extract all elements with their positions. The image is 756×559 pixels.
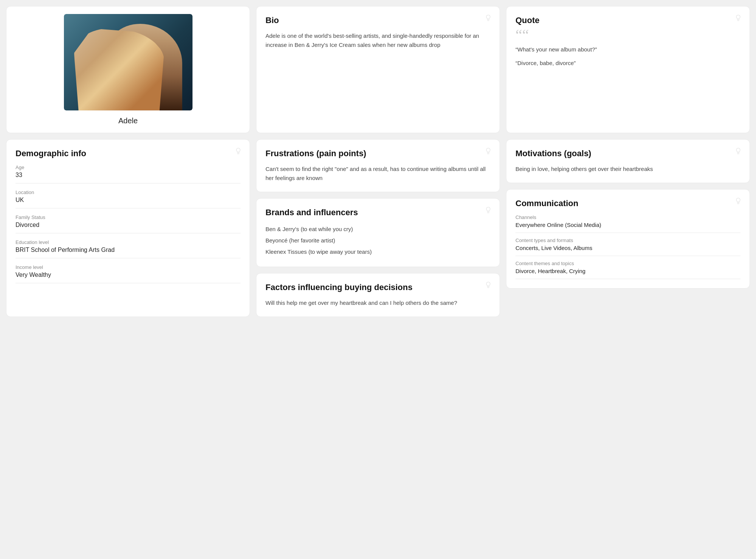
demographic-field-value: Divorced — [16, 222, 241, 233]
frustrations-card: Frustrations (pain points) Can't seem to… — [256, 139, 500, 192]
communication-field-label: Content themes and topics — [515, 261, 740, 266]
communication-fields: ChannelsEverywhere Online (Social Media)… — [515, 214, 740, 279]
bio-hint-icon[interactable] — [484, 14, 492, 22]
brands-card: Brands and influencers Ben & Jerry's (to… — [256, 198, 500, 267]
demographic-field-label: Family Status — [16, 214, 241, 220]
demographic-field-value: UK — [16, 197, 241, 208]
motivations-title: Motivations (goals) — [515, 149, 740, 158]
demographic-card: Demographic info Age33LocationUKFamily S… — [6, 139, 250, 317]
bio-content: Adele is one of the world's best-selling… — [265, 31, 491, 50]
factors-hint-icon[interactable] — [484, 281, 492, 289]
communication-card: Communication ChannelsEverywhere Online … — [506, 189, 750, 289]
quote-line1: “What's your new album about?” — [515, 45, 740, 54]
brands-title: Brands and influencers — [265, 208, 491, 217]
demographic-field-value: Very Wealthy — [16, 272, 241, 283]
communication-field-value: Divorce, Heartbreak, Crying — [515, 268, 740, 279]
factors-content: Will this help me get over my heartbreak… — [265, 298, 491, 307]
bio-card: Bio Adele is one of the world's best-sel… — [256, 6, 500, 133]
demographic-field-value: BRIT School of Performing Arts Grad — [16, 247, 241, 258]
frustrations-title: Frustrations (pain points) — [265, 149, 491, 158]
demographic-field-label: Income level — [16, 264, 241, 270]
factors-card: Factors influencing buying decisions Wil… — [256, 273, 500, 317]
motivations-content: Being in love, helping others get over t… — [515, 165, 740, 174]
demographic-fields: Age33LocationUKFamily StatusDivorcedEduc… — [16, 165, 241, 283]
communication-field-value: Concerts, Live Videos, Albums — [515, 245, 740, 256]
main-grid: Adele Bio Adele is one of the world's be… — [6, 6, 750, 317]
brands-items: Ben & Jerry's (to eat while you cry)Beyo… — [265, 224, 491, 258]
right-column: Motivations (goals) Being in love, helpi… — [506, 139, 750, 317]
frustrations-content: Can't seem to find the right "one" and a… — [265, 165, 491, 183]
quote-title: Quote — [515, 16, 740, 25]
demographic-field-label: Location — [16, 189, 241, 195]
communication-field-value: Everywhere Online (Social Media) — [515, 222, 740, 233]
quote-line2: “Divorce, babe, divorce” — [515, 59, 740, 68]
bio-title: Bio — [265, 16, 491, 25]
motivations-hint-icon[interactable] — [734, 147, 742, 155]
profile-image-container — [64, 14, 192, 110]
communication-title: Communication — [515, 199, 740, 208]
brands-item: Beyoncé (her favorite artist) — [265, 235, 491, 246]
profile-photo — [64, 14, 192, 110]
brands-hint-icon[interactable] — [484, 206, 492, 214]
communication-field-label: Content types and formats — [515, 238, 740, 243]
quote-card: Quote ““ “What's your new album about?” … — [506, 6, 750, 133]
frustrations-hint-icon[interactable] — [484, 147, 492, 155]
quote-hint-icon[interactable] — [734, 14, 742, 22]
center-column: Frustrations (pain points) Can't seem to… — [256, 139, 500, 317]
communication-field-label: Channels — [515, 214, 740, 220]
demographic-hint-icon[interactable] — [234, 147, 242, 155]
profile-card: Adele — [6, 6, 250, 133]
quote-mark: ““ — [515, 31, 740, 39]
demographic-field-label: Age — [16, 165, 241, 170]
demographic-title: Demographic info — [16, 149, 241, 158]
factors-title: Factors influencing buying decisions — [265, 283, 491, 292]
profile-name: Adele — [118, 116, 138, 125]
brands-item: Ben & Jerry's (to eat while you cry) — [265, 224, 491, 235]
brands-item: Kleenex Tissues (to wipe away your tears… — [265, 246, 491, 258]
motivations-card: Motivations (goals) Being in love, helpi… — [506, 139, 750, 183]
demographic-field-label: Education level — [16, 239, 241, 245]
demographic-field-value: 33 — [16, 172, 241, 183]
communication-hint-icon[interactable] — [734, 197, 742, 205]
